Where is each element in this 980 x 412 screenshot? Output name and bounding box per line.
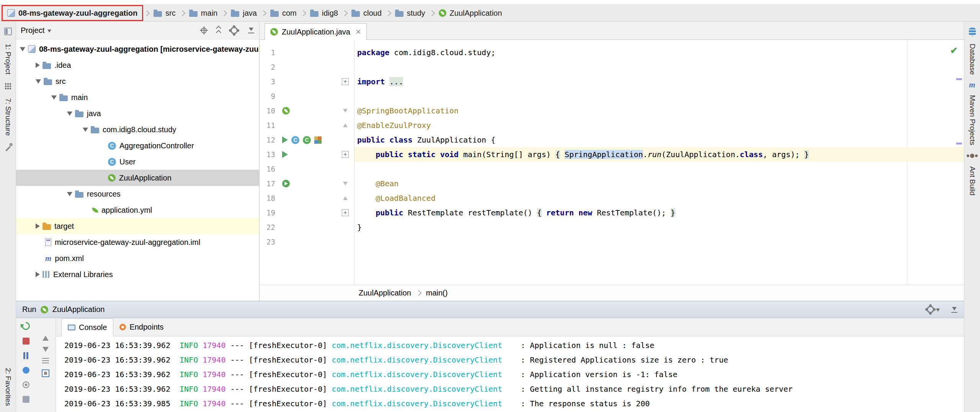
code-line-18[interactable]: 18 @LoadBalanced: [260, 191, 964, 205]
tree-item-src[interactable]: src: [16, 73, 259, 89]
code-line-1[interactable]: 1package com.idig8.cloud.study;: [260, 45, 964, 60]
folder-icon: [75, 192, 83, 198]
code-line-2[interactable]: 2: [260, 60, 964, 74]
nav-item-src[interactable]: src: [150, 6, 180, 20]
wrench-icon[interactable]: [5, 146, 10, 151]
code-line-13[interactable]: 13+ public static void main(String[] arg…: [260, 147, 964, 162]
maven-icon[interactable]: m: [969, 81, 975, 89]
nav-item-com[interactable]: com: [266, 6, 301, 20]
folder-icon: [154, 11, 162, 17]
nav-item-cloud[interactable]: cloud: [348, 6, 385, 20]
code-line-10[interactable]: 10@SpringBootApplication: [260, 103, 964, 118]
tree-item-external[interactable]: External Libraries: [16, 266, 259, 282]
tree-item-zuulapplication[interactable]: ZuulApplication: [16, 170, 259, 186]
code-line-19[interactable]: 19+ public RestTemplate restTemplate() {…: [260, 205, 964, 220]
partial-icon[interactable]: [23, 396, 29, 403]
code-line-23[interactable]: 23: [260, 235, 964, 249]
tree-item-pom.xml[interactable]: mpom.xml: [16, 250, 259, 266]
chevron-down-icon[interactable]: [47, 30, 51, 33]
ant-icon[interactable]: [970, 154, 974, 158]
tree-item-main[interactable]: main: [16, 89, 259, 105]
chevron-expanded-icon: [67, 112, 72, 116]
code-line-3[interactable]: 3+import ...: [260, 74, 964, 89]
run-icon[interactable]: [282, 136, 288, 143]
code-line-22[interactable]: 22}: [260, 220, 964, 235]
code-line-16[interactable]: 16: [260, 162, 964, 176]
hide-panel-button[interactable]: [248, 27, 255, 34]
tree-item-java[interactable]: java: [16, 105, 259, 121]
spring-bean-icon[interactable]: [282, 180, 290, 187]
nav-item-study[interactable]: study: [391, 6, 429, 20]
tree-item-microservice-gateway-zuul-aggregation.iml[interactable]: microservice-gateway-zuul-aggregation.im…: [16, 234, 259, 250]
nav-item-main[interactable]: main: [185, 6, 221, 20]
nav-item-java[interactable]: java: [227, 6, 261, 20]
fold-marker[interactable]: +: [340, 147, 351, 162]
tree-item-resources[interactable]: resources: [16, 186, 259, 202]
tab-console[interactable]: Console: [61, 318, 113, 336]
chevron-expanded-icon: [67, 192, 72, 196]
related-files-icon[interactable]: [314, 136, 322, 144]
grid-icon[interactable]: [5, 83, 11, 90]
code-line-12[interactable]: 12CCpublic class ZuulApplication {: [260, 133, 964, 147]
soft-wrap-icon[interactable]: [42, 358, 49, 363]
tool-window-icon[interactable]: [4, 28, 12, 35]
tool-window-button-mavenprojects[interactable]: Maven Projects: [968, 95, 977, 145]
hide-icon: [248, 27, 255, 34]
tree-item-.idea[interactable]: .idea: [16, 57, 259, 73]
tree-item-user[interactable]: CUser: [16, 154, 259, 170]
pause-output-icon[interactable]: [23, 352, 28, 359]
editor-tab-zuulapplication[interactable]: ZuulApplication.java ×: [265, 23, 367, 40]
class-icon[interactable]: C: [303, 136, 311, 144]
tool-window-button-project[interactable]: 1: Project: [4, 44, 12, 74]
tool-window-button-database[interactable]: Database: [968, 44, 977, 75]
line-number: 16: [260, 162, 275, 176]
fold-marker[interactable]: +: [340, 74, 351, 89]
log-level: INFO: [180, 341, 198, 350]
class-icon[interactable]: C: [291, 136, 299, 144]
run-settings-button[interactable]: [927, 306, 940, 313]
code-line-17[interactable]: 17 @Bean: [260, 176, 964, 191]
tool-window-button-antbuild[interactable]: Ant Build: [968, 166, 977, 195]
arrow-up-icon[interactable]: [42, 336, 49, 341]
hide-run-panel-button[interactable]: [951, 306, 958, 313]
fold-marker[interactable]: [340, 118, 351, 133]
run-icon[interactable]: [282, 151, 288, 158]
snapshot-icon[interactable]: [23, 381, 29, 388]
rerun-icon[interactable]: [20, 320, 32, 332]
fold-marker[interactable]: +: [340, 205, 351, 220]
tool-window-button-favorites[interactable]: 2: Favorites: [4, 368, 12, 406]
breadcrumb-class[interactable]: ZuulApplication: [359, 289, 411, 297]
fold-marker[interactable]: [340, 176, 351, 191]
thread-dump-icon[interactable]: [23, 367, 29, 374]
nav-item-zuulapplication[interactable]: ZuulApplication: [435, 6, 506, 20]
code-line-9[interactable]: 9: [260, 89, 964, 103]
log-sep: ---: [225, 355, 248, 364]
spring-boot-icon[interactable]: [282, 107, 290, 115]
tree-item-target[interactable]: target: [16, 218, 259, 234]
arrow-down-icon[interactable]: [42, 347, 49, 352]
stop-icon[interactable]: [23, 338, 29, 345]
tab-endpoints[interactable]: Endpoints: [113, 318, 170, 336]
code-line-11[interactable]: 11@EnableZuulProxy: [260, 118, 964, 133]
fold-marker[interactable]: [340, 103, 351, 118]
tree-item-aggregationcontroller[interactable]: CAggregationController: [16, 138, 259, 154]
close-icon[interactable]: ×: [356, 27, 361, 36]
collapse-all-button[interactable]: [217, 26, 220, 34]
tree-item-application.yml[interactable]: application.yml: [16, 202, 259, 218]
tool-window-button-structure[interactable]: 7: Structure: [4, 98, 12, 136]
code-editor[interactable]: ✔ 1package com.idig8.cloud.study;23+impo…: [260, 40, 964, 285]
database-icon[interactable]: [969, 28, 976, 36]
locate-button[interactable]: [201, 28, 207, 33]
console-output[interactable]: 2019-06-23 16:53:39.962 INFO 17940 --- […: [56, 336, 964, 412]
breadcrumb-method[interactable]: main(): [426, 289, 448, 297]
tree-item-com.idig8.cloud.study[interactable]: com.idig8.cloud.study: [16, 121, 259, 138]
nav-item-module-root[interactable]: 08-ms-gateway-zuul-aggregation: [2, 5, 143, 21]
fold-region-end-icon: [343, 123, 348, 127]
restore-layout-icon[interactable]: [42, 369, 49, 377]
tree-item-08-ms-gateway-zuul-aggregation[interactable]: 08-ms-gateway-zuul-aggregation [microser…: [16, 41, 259, 57]
settings-button[interactable]: [230, 27, 238, 34]
chevron-expanded-icon: [36, 79, 41, 84]
fold-marker[interactable]: [340, 191, 351, 205]
log-logger: com.netflix.discovery.DiscoveryClient: [332, 355, 502, 364]
nav-item-idig8[interactable]: idig8: [306, 6, 342, 20]
